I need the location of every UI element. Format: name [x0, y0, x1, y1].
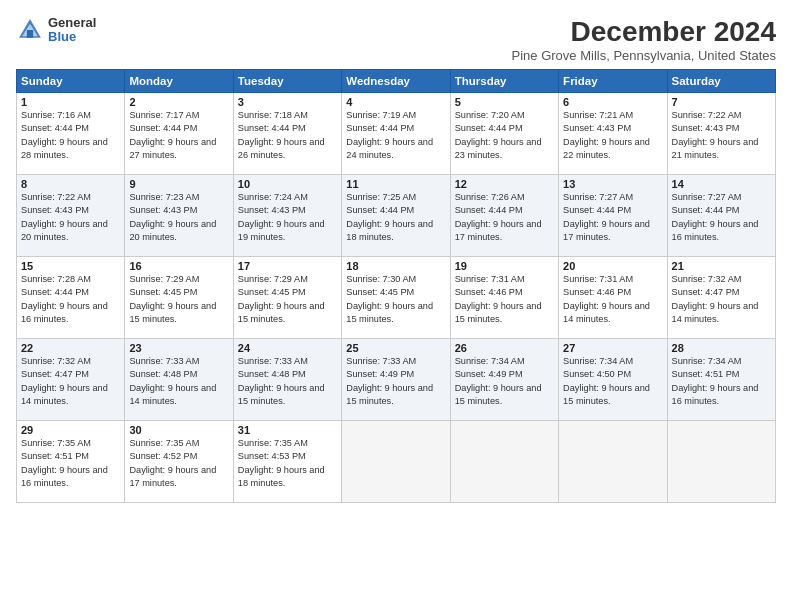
- table-row: 20 Sunrise: 7:31 AMSunset: 4:46 PMDaylig…: [559, 257, 667, 339]
- day-info: Sunrise: 7:20 AMSunset: 4:44 PMDaylight:…: [455, 110, 542, 160]
- day-info: Sunrise: 7:33 AMSunset: 4:48 PMDaylight:…: [238, 356, 325, 406]
- week-row-2: 8 Sunrise: 7:22 AMSunset: 4:43 PMDayligh…: [17, 175, 776, 257]
- day-number: 9: [129, 178, 228, 190]
- table-row: 1 Sunrise: 7:16 AMSunset: 4:44 PMDayligh…: [17, 93, 125, 175]
- table-row: 14 Sunrise: 7:27 AMSunset: 4:44 PMDaylig…: [667, 175, 775, 257]
- table-row: 21 Sunrise: 7:32 AMSunset: 4:47 PMDaylig…: [667, 257, 775, 339]
- table-row: 12 Sunrise: 7:26 AMSunset: 4:44 PMDaylig…: [450, 175, 558, 257]
- day-info: Sunrise: 7:29 AMSunset: 4:45 PMDaylight:…: [238, 274, 325, 324]
- day-info: Sunrise: 7:24 AMSunset: 4:43 PMDaylight:…: [238, 192, 325, 242]
- day-info: Sunrise: 7:33 AMSunset: 4:49 PMDaylight:…: [346, 356, 433, 406]
- day-number: 6: [563, 96, 662, 108]
- table-row: 30 Sunrise: 7:35 AMSunset: 4:52 PMDaylig…: [125, 421, 233, 503]
- table-row: [559, 421, 667, 503]
- week-row-3: 15 Sunrise: 7:28 AMSunset: 4:44 PMDaylig…: [17, 257, 776, 339]
- day-info: Sunrise: 7:25 AMSunset: 4:44 PMDaylight:…: [346, 192, 433, 242]
- day-info: Sunrise: 7:29 AMSunset: 4:45 PMDaylight:…: [129, 274, 216, 324]
- table-row: 2 Sunrise: 7:17 AMSunset: 4:44 PMDayligh…: [125, 93, 233, 175]
- table-row: 31 Sunrise: 7:35 AMSunset: 4:53 PMDaylig…: [233, 421, 341, 503]
- location-title: Pine Grove Mills, Pennsylvania, United S…: [512, 48, 776, 63]
- table-row: 28 Sunrise: 7:34 AMSunset: 4:51 PMDaylig…: [667, 339, 775, 421]
- day-info: Sunrise: 7:30 AMSunset: 4:45 PMDaylight:…: [346, 274, 433, 324]
- day-info: Sunrise: 7:31 AMSunset: 4:46 PMDaylight:…: [563, 274, 650, 324]
- day-info: Sunrise: 7:27 AMSunset: 4:44 PMDaylight:…: [563, 192, 650, 242]
- page-header: General Blue December 2024 Pine Grove Mi…: [16, 16, 776, 63]
- day-number: 31: [238, 424, 337, 436]
- day-info: Sunrise: 7:22 AMSunset: 4:43 PMDaylight:…: [672, 110, 759, 160]
- day-number: 24: [238, 342, 337, 354]
- day-number: 26: [455, 342, 554, 354]
- svg-rect-3: [27, 30, 33, 38]
- table-row: 23 Sunrise: 7:33 AMSunset: 4:48 PMDaylig…: [125, 339, 233, 421]
- day-info: Sunrise: 7:34 AMSunset: 4:51 PMDaylight:…: [672, 356, 759, 406]
- day-number: 12: [455, 178, 554, 190]
- header-row: Sunday Monday Tuesday Wednesday Thursday…: [17, 70, 776, 93]
- table-row: 19 Sunrise: 7:31 AMSunset: 4:46 PMDaylig…: [450, 257, 558, 339]
- day-number: 5: [455, 96, 554, 108]
- day-number: 15: [21, 260, 120, 272]
- logo-text: General Blue: [48, 16, 96, 45]
- day-number: 28: [672, 342, 771, 354]
- day-number: 25: [346, 342, 445, 354]
- day-number: 17: [238, 260, 337, 272]
- day-info: Sunrise: 7:35 AMSunset: 4:51 PMDaylight:…: [21, 438, 108, 488]
- day-number: 19: [455, 260, 554, 272]
- day-info: Sunrise: 7:17 AMSunset: 4:44 PMDaylight:…: [129, 110, 216, 160]
- day-info: Sunrise: 7:35 AMSunset: 4:52 PMDaylight:…: [129, 438, 216, 488]
- col-monday: Monday: [125, 70, 233, 93]
- col-sunday: Sunday: [17, 70, 125, 93]
- table-row: 16 Sunrise: 7:29 AMSunset: 4:45 PMDaylig…: [125, 257, 233, 339]
- day-number: 27: [563, 342, 662, 354]
- table-row: 24 Sunrise: 7:33 AMSunset: 4:48 PMDaylig…: [233, 339, 341, 421]
- day-info: Sunrise: 7:34 AMSunset: 4:50 PMDaylight:…: [563, 356, 650, 406]
- table-row: [450, 421, 558, 503]
- day-number: 30: [129, 424, 228, 436]
- table-row: 27 Sunrise: 7:34 AMSunset: 4:50 PMDaylig…: [559, 339, 667, 421]
- day-info: Sunrise: 7:26 AMSunset: 4:44 PMDaylight:…: [455, 192, 542, 242]
- day-number: 1: [21, 96, 120, 108]
- day-number: 7: [672, 96, 771, 108]
- table-row: [667, 421, 775, 503]
- col-saturday: Saturday: [667, 70, 775, 93]
- calendar-page: General Blue December 2024 Pine Grove Mi…: [0, 0, 792, 612]
- table-row: 4 Sunrise: 7:19 AMSunset: 4:44 PMDayligh…: [342, 93, 450, 175]
- day-number: 3: [238, 96, 337, 108]
- day-info: Sunrise: 7:16 AMSunset: 4:44 PMDaylight:…: [21, 110, 108, 160]
- day-info: Sunrise: 7:33 AMSunset: 4:48 PMDaylight:…: [129, 356, 216, 406]
- table-row: 29 Sunrise: 7:35 AMSunset: 4:51 PMDaylig…: [17, 421, 125, 503]
- month-title: December 2024: [512, 16, 776, 48]
- table-row: 13 Sunrise: 7:27 AMSunset: 4:44 PMDaylig…: [559, 175, 667, 257]
- week-row-4: 22 Sunrise: 7:32 AMSunset: 4:47 PMDaylig…: [17, 339, 776, 421]
- day-number: 14: [672, 178, 771, 190]
- day-info: Sunrise: 7:28 AMSunset: 4:44 PMDaylight:…: [21, 274, 108, 324]
- day-number: 13: [563, 178, 662, 190]
- logo-icon: [16, 16, 44, 44]
- title-section: December 2024 Pine Grove Mills, Pennsylv…: [512, 16, 776, 63]
- table-row: 17 Sunrise: 7:29 AMSunset: 4:45 PMDaylig…: [233, 257, 341, 339]
- table-row: [342, 421, 450, 503]
- day-number: 20: [563, 260, 662, 272]
- day-number: 10: [238, 178, 337, 190]
- day-info: Sunrise: 7:35 AMSunset: 4:53 PMDaylight:…: [238, 438, 325, 488]
- table-row: 3 Sunrise: 7:18 AMSunset: 4:44 PMDayligh…: [233, 93, 341, 175]
- day-number: 4: [346, 96, 445, 108]
- day-info: Sunrise: 7:18 AMSunset: 4:44 PMDaylight:…: [238, 110, 325, 160]
- col-friday: Friday: [559, 70, 667, 93]
- table-row: 9 Sunrise: 7:23 AMSunset: 4:43 PMDayligh…: [125, 175, 233, 257]
- day-number: 16: [129, 260, 228, 272]
- logo-blue: Blue: [48, 30, 96, 44]
- table-row: 25 Sunrise: 7:33 AMSunset: 4:49 PMDaylig…: [342, 339, 450, 421]
- day-info: Sunrise: 7:22 AMSunset: 4:43 PMDaylight:…: [21, 192, 108, 242]
- table-row: 15 Sunrise: 7:28 AMSunset: 4:44 PMDaylig…: [17, 257, 125, 339]
- day-info: Sunrise: 7:34 AMSunset: 4:49 PMDaylight:…: [455, 356, 542, 406]
- table-row: 22 Sunrise: 7:32 AMSunset: 4:47 PMDaylig…: [17, 339, 125, 421]
- day-number: 8: [21, 178, 120, 190]
- week-row-5: 29 Sunrise: 7:35 AMSunset: 4:51 PMDaylig…: [17, 421, 776, 503]
- table-row: 11 Sunrise: 7:25 AMSunset: 4:44 PMDaylig…: [342, 175, 450, 257]
- day-number: 22: [21, 342, 120, 354]
- col-thursday: Thursday: [450, 70, 558, 93]
- table-row: 26 Sunrise: 7:34 AMSunset: 4:49 PMDaylig…: [450, 339, 558, 421]
- logo: General Blue: [16, 16, 96, 45]
- calendar-table: Sunday Monday Tuesday Wednesday Thursday…: [16, 69, 776, 503]
- table-row: 5 Sunrise: 7:20 AMSunset: 4:44 PMDayligh…: [450, 93, 558, 175]
